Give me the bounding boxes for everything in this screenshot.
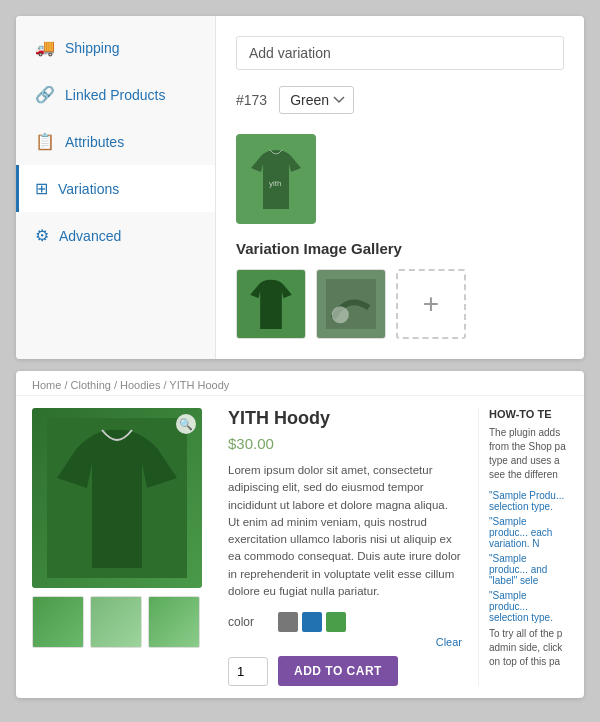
sidebar-item-label: Linked Products: [65, 87, 165, 103]
link-icon: 🔗: [35, 85, 55, 104]
product-info-column: YITH Hoody $30.00 Lorem ipsum dolor sit …: [228, 408, 462, 686]
how-to-link-1[interactable]: "Sample Produ... selection type.: [489, 490, 568, 512]
sidebar-item-shipping[interactable]: 🚚 Shipping: [16, 24, 215, 71]
product-thumb-1[interactable]: [32, 596, 84, 648]
thumb-green-image: [237, 270, 305, 338]
shipping-icon: 🚚: [35, 38, 55, 57]
variations-panel: 🚚 Shipping 🔗 Linked Products 📋 Attribute…: [16, 16, 584, 359]
product-layout: 🔍 YITH Hoody $30.00 Lorem ipsum dolor si…: [16, 396, 584, 698]
product-thumbnail-row: [32, 596, 212, 648]
product-title: YITH Hoody: [228, 408, 462, 429]
add-to-cart-row: ADD TO CART: [228, 656, 462, 686]
product-price: $30.00: [228, 435, 462, 452]
swatch-gray[interactable]: [278, 612, 298, 632]
product-preview-panel: Home / Clothing / Hoodies / YITH Hoody 🔍…: [16, 371, 584, 698]
gallery-title: Variation Image Gallery: [236, 240, 564, 257]
color-selector-row: color: [228, 612, 462, 632]
color-swatches: [278, 612, 346, 632]
sidebar-item-advanced[interactable]: ⚙ Advanced: [16, 212, 215, 259]
variations-main-content: Add variation #173 Green Blue Gray yith …: [216, 16, 584, 359]
add-gallery-image-button[interactable]: +: [396, 269, 466, 339]
thumb-detail-image: [317, 270, 385, 338]
gallery-thumb-1[interactable]: [236, 269, 306, 339]
plus-icon: +: [423, 288, 439, 320]
add-variation-label: Add variation: [249, 45, 331, 61]
product-image-column: 🔍: [32, 408, 212, 686]
product-thumb-2[interactable]: [90, 596, 142, 648]
gallery-images: +: [236, 269, 564, 339]
sidebar-item-attributes[interactable]: 📋 Attributes: [16, 118, 215, 165]
gallery-thumb-2[interactable]: [316, 269, 386, 339]
how-to-footer-text: To try all of the p admin side, click on…: [489, 627, 568, 669]
color-label: color: [228, 615, 268, 629]
variation-id: #173: [236, 92, 267, 108]
attributes-icon: 📋: [35, 132, 55, 151]
product-description: Lorem ipsum dolor sit amet, consectetur …: [228, 462, 462, 600]
variation-product-image: yith: [236, 134, 316, 224]
how-to-link-2[interactable]: "Sample produc... each variation. N: [489, 516, 568, 549]
main-product-image: 🔍: [32, 408, 202, 588]
variation-color-select[interactable]: Green Blue Gray: [279, 86, 354, 114]
add-variation-bar: Add variation: [236, 36, 564, 70]
swatch-green[interactable]: [326, 612, 346, 632]
swatch-blue[interactable]: [302, 612, 322, 632]
breadcrumb: Home / Clothing / Hoodies / YITH Hoody: [16, 371, 584, 396]
variation-select-row: #173 Green Blue Gray: [236, 86, 564, 114]
quantity-input[interactable]: [228, 657, 268, 686]
add-to-cart-button[interactable]: ADD TO CART: [278, 656, 398, 686]
sidebar-item-linked-products[interactable]: 🔗 Linked Products: [16, 71, 215, 118]
svg-text:yith: yith: [269, 179, 281, 188]
variations-icon: ⊞: [35, 179, 48, 198]
gear-icon: ⚙: [35, 226, 49, 245]
how-to-link-4[interactable]: "Sample produc... selection type.: [489, 590, 568, 623]
svg-point-2: [332, 306, 349, 323]
how-to-title: HOW-TO TE: [489, 408, 568, 420]
how-to-column: HOW-TO TE The plugin adds from the Shop …: [478, 408, 568, 686]
how-to-intro-text: The plugin adds from the Shop pa type an…: [489, 426, 568, 482]
how-to-link-3[interactable]: "Sample produc... and "label" sele: [489, 553, 568, 586]
sidebar-item-label: Variations: [58, 181, 119, 197]
clear-selection-link[interactable]: Clear: [228, 636, 462, 648]
sidebar-item-label: Advanced: [59, 228, 121, 244]
sidebar-item-label: Attributes: [65, 134, 124, 150]
sidebar-item-label: Shipping: [65, 40, 120, 56]
sidebar-item-variations[interactable]: ⊞ Variations: [16, 165, 215, 212]
product-thumb-3[interactable]: [148, 596, 200, 648]
sidebar: 🚚 Shipping 🔗 Linked Products 📋 Attribute…: [16, 16, 216, 359]
zoom-icon[interactable]: 🔍: [176, 414, 196, 434]
